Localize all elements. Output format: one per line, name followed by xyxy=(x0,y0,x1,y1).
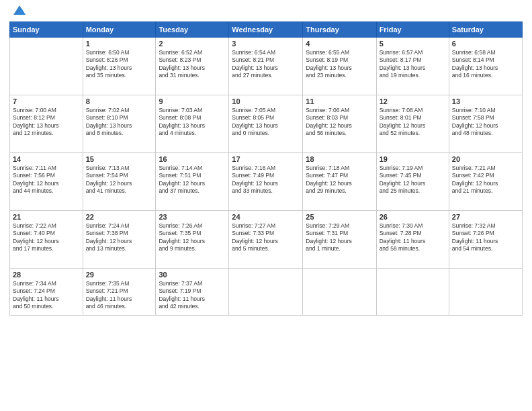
day-number: 24 xyxy=(232,213,300,221)
calendar-week-row: 7Sunrise: 7:00 AM Sunset: 8:12 PM Daylig… xyxy=(10,95,523,153)
day-number: 13 xyxy=(452,97,519,105)
day-number: 18 xyxy=(306,155,373,163)
day-number: 9 xyxy=(159,97,226,105)
day-number: 8 xyxy=(86,97,153,105)
calendar-cell: 6Sunrise: 6:58 AM Sunset: 8:14 PM Daylig… xyxy=(449,38,522,95)
calendar-cell: 5Sunrise: 6:57 AM Sunset: 8:17 PM Daylig… xyxy=(376,38,449,95)
day-detail: Sunrise: 7:26 AM Sunset: 7:35 PM Dayligh… xyxy=(159,222,226,253)
calendar-cell xyxy=(303,269,376,316)
calendar-cell: 10Sunrise: 7:05 AM Sunset: 8:05 PM Dayli… xyxy=(229,95,303,153)
weekday-header-row: SundayMondayTuesdayWednesdayThursdayFrid… xyxy=(10,22,523,38)
calendar-cell xyxy=(229,269,303,316)
calendar-cell: 4Sunrise: 6:55 AM Sunset: 8:19 PM Daylig… xyxy=(303,38,376,95)
day-detail: Sunrise: 7:05 AM Sunset: 8:05 PM Dayligh… xyxy=(232,107,300,138)
day-number: 10 xyxy=(232,97,300,105)
day-number: 4 xyxy=(306,40,373,48)
day-number: 23 xyxy=(159,213,226,221)
day-number: 20 xyxy=(452,155,519,163)
weekday-header: Thursday xyxy=(303,22,376,38)
day-number: 19 xyxy=(380,155,446,163)
calendar-cell: 21Sunrise: 7:22 AM Sunset: 7:40 PM Dayli… xyxy=(10,211,83,269)
day-detail: Sunrise: 7:24 AM Sunset: 7:38 PM Dayligh… xyxy=(86,222,153,253)
day-number: 6 xyxy=(452,40,519,48)
calendar: SundayMondayTuesdayWednesdayThursdayFrid… xyxy=(9,21,523,316)
weekday-header: Wednesday xyxy=(229,22,303,38)
calendar-cell xyxy=(10,38,83,95)
day-number: 17 xyxy=(232,155,300,163)
calendar-week-row: 14Sunrise: 7:11 AM Sunset: 7:56 PM Dayli… xyxy=(10,153,523,211)
day-number: 5 xyxy=(380,40,446,48)
calendar-cell: 23Sunrise: 7:26 AM Sunset: 7:35 PM Dayli… xyxy=(156,211,229,269)
day-number: 12 xyxy=(380,97,446,105)
day-detail: Sunrise: 7:27 AM Sunset: 7:33 PM Dayligh… xyxy=(232,222,300,253)
calendar-cell: 15Sunrise: 7:13 AM Sunset: 7:54 PM Dayli… xyxy=(83,153,156,211)
calendar-cell: 1Sunrise: 6:50 AM Sunset: 8:26 PM Daylig… xyxy=(83,38,156,95)
day-detail: Sunrise: 7:06 AM Sunset: 8:03 PM Dayligh… xyxy=(306,107,373,138)
day-detail: Sunrise: 7:18 AM Sunset: 7:47 PM Dayligh… xyxy=(306,165,373,195)
weekday-header: Friday xyxy=(376,22,449,38)
day-detail: Sunrise: 7:21 AM Sunset: 7:42 PM Dayligh… xyxy=(452,165,519,195)
day-detail: Sunrise: 6:50 AM Sunset: 8:26 PM Dayligh… xyxy=(86,49,153,80)
day-number: 7 xyxy=(13,97,80,105)
calendar-cell: 28Sunrise: 7:34 AM Sunset: 7:24 PM Dayli… xyxy=(10,269,83,316)
calendar-week-row: 21Sunrise: 7:22 AM Sunset: 7:40 PM Dayli… xyxy=(10,211,523,269)
day-number: 11 xyxy=(306,97,373,105)
day-number: 3 xyxy=(232,40,300,48)
day-detail: Sunrise: 7:30 AM Sunset: 7:28 PM Dayligh… xyxy=(380,222,446,253)
calendar-cell: 30Sunrise: 7:37 AM Sunset: 7:19 PM Dayli… xyxy=(156,269,229,316)
day-number: 15 xyxy=(86,155,153,163)
day-detail: Sunrise: 6:57 AM Sunset: 8:17 PM Dayligh… xyxy=(380,49,446,80)
weekday-header: Sunday xyxy=(10,22,83,38)
calendar-cell: 19Sunrise: 7:19 AM Sunset: 7:45 PM Dayli… xyxy=(376,153,449,211)
day-detail: Sunrise: 7:35 AM Sunset: 7:21 PM Dayligh… xyxy=(86,280,153,311)
calendar-week-row: 28Sunrise: 7:34 AM Sunset: 7:24 PM Dayli… xyxy=(10,269,523,316)
day-number: 27 xyxy=(452,213,519,221)
day-number: 22 xyxy=(86,213,153,221)
day-number: 25 xyxy=(306,213,373,221)
day-detail: Sunrise: 7:34 AM Sunset: 7:24 PM Dayligh… xyxy=(13,280,80,311)
day-detail: Sunrise: 7:00 AM Sunset: 8:12 PM Dayligh… xyxy=(13,107,80,138)
calendar-cell: 26Sunrise: 7:30 AM Sunset: 7:28 PM Dayli… xyxy=(376,211,449,269)
weekday-header: Tuesday xyxy=(156,22,229,38)
day-number: 28 xyxy=(13,271,80,279)
calendar-cell: 13Sunrise: 7:10 AM Sunset: 7:58 PM Dayli… xyxy=(449,95,522,153)
day-detail: Sunrise: 7:37 AM Sunset: 7:19 PM Dayligh… xyxy=(159,280,226,311)
day-detail: Sunrise: 7:16 AM Sunset: 7:49 PM Dayligh… xyxy=(232,165,300,195)
day-detail: Sunrise: 7:13 AM Sunset: 7:54 PM Dayligh… xyxy=(86,165,153,195)
day-detail: Sunrise: 7:22 AM Sunset: 7:40 PM Dayligh… xyxy=(13,222,80,253)
calendar-cell: 2Sunrise: 6:52 AM Sunset: 8:23 PM Daylig… xyxy=(156,38,229,95)
day-number: 1 xyxy=(86,40,153,48)
weekday-header: Saturday xyxy=(449,22,522,38)
day-number: 30 xyxy=(159,271,226,279)
calendar-cell: 20Sunrise: 7:21 AM Sunset: 7:42 PM Dayli… xyxy=(449,153,522,211)
calendar-cell: 12Sunrise: 7:08 AM Sunset: 8:01 PM Dayli… xyxy=(376,95,449,153)
header xyxy=(9,7,523,17)
day-detail: Sunrise: 7:02 AM Sunset: 8:10 PM Dayligh… xyxy=(86,107,153,138)
calendar-cell: 18Sunrise: 7:18 AM Sunset: 7:47 PM Dayli… xyxy=(303,153,376,211)
calendar-cell: 11Sunrise: 7:06 AM Sunset: 8:03 PM Dayli… xyxy=(303,95,376,153)
day-detail: Sunrise: 6:54 AM Sunset: 8:21 PM Dayligh… xyxy=(232,49,300,80)
calendar-cell: 8Sunrise: 7:02 AM Sunset: 8:10 PM Daylig… xyxy=(83,95,156,153)
calendar-cell xyxy=(376,269,449,316)
day-number: 29 xyxy=(86,271,153,279)
day-detail: Sunrise: 7:11 AM Sunset: 7:56 PM Dayligh… xyxy=(13,165,80,195)
day-number: 26 xyxy=(380,213,446,221)
calendar-cell: 22Sunrise: 7:24 AM Sunset: 7:38 PM Dayli… xyxy=(83,211,156,269)
day-detail: Sunrise: 7:08 AM Sunset: 8:01 PM Dayligh… xyxy=(380,107,446,138)
weekday-header: Monday xyxy=(83,22,156,38)
calendar-cell: 9Sunrise: 7:03 AM Sunset: 8:08 PM Daylig… xyxy=(156,95,229,153)
logo xyxy=(9,9,27,17)
day-number: 2 xyxy=(159,40,226,48)
calendar-cell xyxy=(449,269,522,316)
calendar-cell: 7Sunrise: 7:00 AM Sunset: 8:12 PM Daylig… xyxy=(10,95,83,153)
calendar-cell: 29Sunrise: 7:35 AM Sunset: 7:21 PM Dayli… xyxy=(83,269,156,316)
day-detail: Sunrise: 6:52 AM Sunset: 8:23 PM Dayligh… xyxy=(159,49,226,80)
calendar-cell: 14Sunrise: 7:11 AM Sunset: 7:56 PM Dayli… xyxy=(10,153,83,211)
calendar-cell: 24Sunrise: 7:27 AM Sunset: 7:33 PM Dayli… xyxy=(229,211,303,269)
logo-icon xyxy=(12,3,27,17)
day-detail: Sunrise: 7:03 AM Sunset: 8:08 PM Dayligh… xyxy=(159,107,226,138)
calendar-cell: 27Sunrise: 7:32 AM Sunset: 7:26 PM Dayli… xyxy=(449,211,522,269)
day-detail: Sunrise: 6:55 AM Sunset: 8:19 PM Dayligh… xyxy=(306,49,373,80)
day-number: 21 xyxy=(13,213,80,221)
calendar-cell: 3Sunrise: 6:54 AM Sunset: 8:21 PM Daylig… xyxy=(229,38,303,95)
